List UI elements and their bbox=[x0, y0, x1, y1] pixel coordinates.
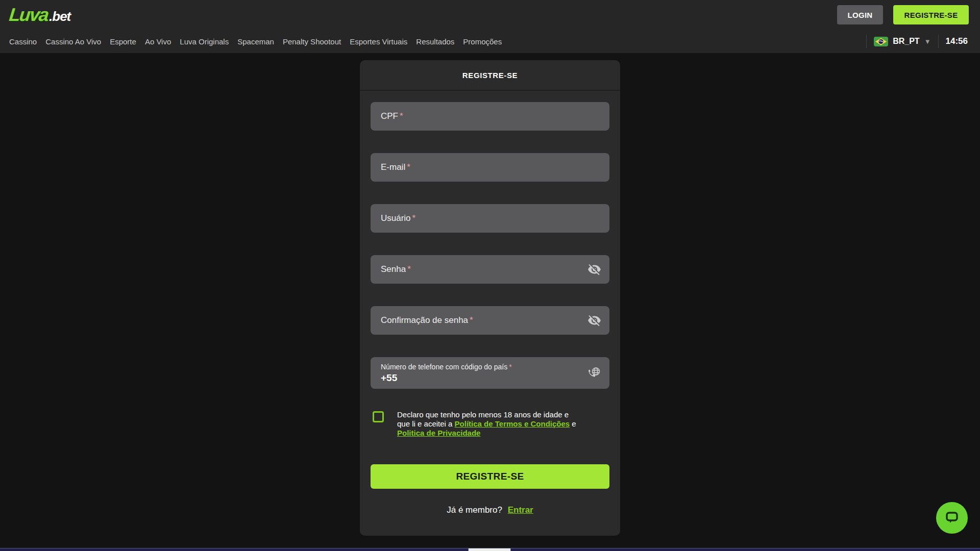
terms-row: Declaro que tenho pelo menos 18 anos de … bbox=[373, 410, 609, 438]
login-button[interactable]: LOGIN bbox=[837, 5, 883, 24]
confirm-password-field[interactable]: Confirmação de senha* bbox=[371, 306, 609, 335]
register-submit-button[interactable]: REGISTRE-SE bbox=[371, 464, 609, 489]
register-button-top[interactable]: REGISTRE-SE bbox=[893, 5, 969, 24]
privacy-link[interactable]: Politica de Privacidade bbox=[397, 429, 480, 437]
nav-item-penalty-shootout[interactable]: Penalty Shootout bbox=[283, 37, 341, 46]
horizontal-scrollbar[interactable] bbox=[0, 548, 980, 551]
phone-globe-icon[interactable] bbox=[586, 366, 601, 380]
language-label: BR_PT bbox=[893, 37, 919, 46]
password-field[interactable]: Senha* bbox=[371, 255, 609, 284]
nav-item-ao-vivo[interactable]: Ao Vivo bbox=[145, 37, 171, 46]
required-marker: * bbox=[509, 363, 511, 371]
nav-bar: CassinoCassino Ao VivoEsporteAo VivoLuva… bbox=[0, 30, 980, 53]
phone-field-value: +55 bbox=[381, 372, 397, 384]
member-text: Já é membro? bbox=[447, 505, 502, 515]
field-label: E-mail* bbox=[381, 162, 410, 172]
nav-item-cassino-ao-vivo[interactable]: Cassino Ao Vivo bbox=[45, 37, 101, 46]
username-field[interactable]: Usuário* bbox=[371, 204, 609, 233]
chat-icon bbox=[944, 510, 960, 526]
terms-link[interactable]: Política de Termos e Condições bbox=[455, 419, 570, 428]
terms-text: Declaro que tenho pelo menos 18 anos de … bbox=[397, 410, 582, 438]
top-bar: Luva .bet LOGIN REGISTRE-SE bbox=[0, 0, 980, 30]
phone-field-label: Número de telefone com código do país* bbox=[381, 363, 512, 371]
nav-item-luva-originals[interactable]: Luva Originals bbox=[180, 37, 229, 46]
field-label: CPF* bbox=[381, 111, 403, 121]
login-link[interactable]: Entrar bbox=[508, 505, 533, 515]
field-label: Senha* bbox=[381, 264, 411, 274]
required-marker: * bbox=[400, 111, 403, 121]
required-marker: * bbox=[412, 213, 416, 223]
field-label: Usuário* bbox=[381, 213, 415, 223]
divider bbox=[938, 35, 939, 48]
nav-item-promocoes[interactable]: Promoções bbox=[463, 37, 502, 46]
nav-item-esportes-virtuais[interactable]: Esportes Virtuais bbox=[350, 37, 407, 46]
scrollbar-thumb[interactable] bbox=[468, 548, 511, 551]
field-label: Confirmação de senha* bbox=[381, 315, 473, 325]
card-header: REGISTRE-SE bbox=[360, 60, 620, 91]
cpf-field[interactable]: CPF* bbox=[371, 102, 609, 131]
luva-logo[interactable]: Luva .bet bbox=[9, 4, 70, 26]
phone-field[interactable]: Número de telefone com código do país* +… bbox=[371, 357, 609, 389]
brazil-flag-icon bbox=[874, 37, 888, 46]
email-field[interactable]: E-mail* bbox=[371, 153, 609, 182]
eye-off-icon[interactable] bbox=[587, 314, 601, 328]
nav-item-cassino[interactable]: Cassino bbox=[9, 37, 37, 46]
logo-brand-text: Luva bbox=[8, 4, 49, 26]
logo-tld-text: .bet bbox=[49, 9, 70, 24]
eye-off-icon[interactable] bbox=[587, 263, 601, 277]
terms-checkbox[interactable] bbox=[373, 411, 384, 422]
divider bbox=[866, 35, 867, 48]
chevron-down-icon: ▼ bbox=[924, 38, 931, 45]
required-marker: * bbox=[407, 162, 410, 172]
nav-item-esporte[interactable]: Esporte bbox=[110, 37, 136, 46]
card-body: CPF* E-mail* Usuário* Senha* Confirmação… bbox=[360, 91, 620, 536]
required-marker: * bbox=[407, 264, 411, 274]
registration-card: REGISTRE-SE CPF* E-mail* Usuário* Senha*… bbox=[360, 60, 620, 536]
card-title: REGISTRE-SE bbox=[462, 71, 518, 80]
main-nav: CassinoCassino Ao VivoEsporteAo VivoLuva… bbox=[9, 37, 502, 46]
member-row: Já é membro? Entrar bbox=[371, 505, 609, 515]
nav-item-spaceman[interactable]: Spaceman bbox=[237, 37, 274, 46]
header: Luva .bet LOGIN REGISTRE-SE CassinoCassi… bbox=[0, 0, 980, 53]
language-selector[interactable]: BR_PT ▼ bbox=[874, 37, 930, 46]
clock: 14:56 bbox=[946, 36, 968, 46]
auth-buttons: LOGIN REGISTRE-SE bbox=[837, 5, 969, 24]
chat-button[interactable] bbox=[936, 502, 968, 534]
nav-item-resultados[interactable]: Resultados bbox=[416, 37, 454, 46]
nav-right-group: BR_PT ▼ 14:56 bbox=[866, 35, 968, 48]
required-marker: * bbox=[470, 315, 473, 325]
